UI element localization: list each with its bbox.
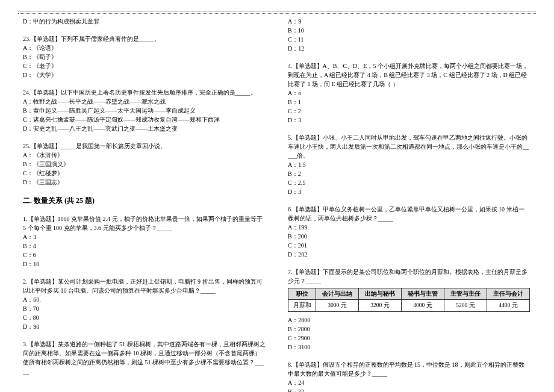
s2q3-opt-b: B：10 xyxy=(288,26,530,35)
s2q6-opt-c: C：201 xyxy=(288,241,530,250)
td-3: 4000 元 xyxy=(402,300,444,311)
salary-table: 职位 会计与出纳 出纳与秘书 秘书与主管 主管与主任 主任与会计 月薪和 300… xyxy=(288,288,530,312)
s2q2: 2.【单选题】某公司计划采购一批电脑，正好赶上促销期，电脑打 9 折出售，同样的… xyxy=(23,277,266,331)
q25: 25.【单选题】_____是我国第一部长篇历史章回小说。 A：《水浒传》 B：《… xyxy=(23,142,266,187)
s2q5-opt-b: B：2 xyxy=(288,169,530,178)
s2q3-opts: A：9 B：10 C：11 D：12 xyxy=(288,17,530,53)
th-0: 职位 xyxy=(288,288,316,300)
s2q1-opt-b: B：4 xyxy=(23,241,266,250)
q25-opt-d: D：《三国志》 xyxy=(23,178,266,187)
s2q8-opt-b: B：32 xyxy=(288,387,530,393)
s2q4-opt-c: C：2 xyxy=(288,107,530,116)
s2q1-stem: 1.【单选题】1000 克苹果价值 2.4 元，柚子的价格比苹果贵一倍，如果两个… xyxy=(23,214,266,232)
s2q2-opt-c: C：80 xyxy=(23,313,266,322)
s2q3: 3.【单选题】某条道路的一侧种植了 51 棵梧桐树，其中道路两端各有一棵，且相邻… xyxy=(23,340,266,376)
s2q6-opt-a: A：199 xyxy=(288,223,530,232)
s2q7-opt-c: C：2900 xyxy=(288,334,530,343)
s2q5-opt-a: A：1.5 xyxy=(288,160,530,169)
th-5: 主任与会计 xyxy=(487,288,530,300)
s2q6-opt-b: B：200 xyxy=(288,232,530,241)
s2q6-stem: 6.【单选题】甲单位义务植树一公里，乙单位紧靠甲单位又植树一公里，如果按 10 … xyxy=(288,205,530,223)
s2q3-opt-a: A：9 xyxy=(288,17,530,26)
q25-opt-a: A：《水浒传》 xyxy=(23,151,266,160)
s2q3-opt-d: D：12 xyxy=(288,44,530,53)
q24-opt-a: A：牧野之战——长平之战——赤壁之战——淝水之战 xyxy=(23,97,266,106)
s2q7-stem: 7.【单选题】下面显示的是某公司职位和每两个职位的月薪和。根据表格，主任的月薪是… xyxy=(288,267,530,285)
s2q1: 1.【单选题】1000 克苹果价值 2.4 元，柚子的价格比苹果贵一倍，如果两个… xyxy=(23,214,266,269)
s2q8: 8.【单选题】假设五个相异的正整数的平均数是 15，中位数是 18，则此五个相异… xyxy=(288,360,530,393)
q22-remnant: D：甲的行为构成拐卖儿童罪 xyxy=(23,17,266,26)
s2q5-opt-c: C：2.5 xyxy=(288,178,530,187)
s2q2-opt-a: A：60. xyxy=(23,295,266,304)
q24-opt-b: B：黄巾起义——陈胜吴广起义——太平天国运动——李自成起义 xyxy=(23,106,266,115)
s2q5-opt-d: D：3 xyxy=(288,187,530,196)
s2q7-opt-d: D：3100 xyxy=(288,343,530,352)
s2q4: 4.【单选题】A、B、C、D、E，5 个小组开展扑克牌比赛，每两个小组之间都要比… xyxy=(288,61,530,125)
td-4: 5200 元 xyxy=(444,300,487,311)
q23-opt-b: B：《荀子》 xyxy=(23,52,266,61)
q23-opt-c: C：《老子》 xyxy=(23,61,266,70)
s2q7: 7.【单选题】下面显示的是某公司职位和每两个职位的月薪和。根据表格，主任的月薪是… xyxy=(288,267,530,352)
q22-opt-d: D：甲的行为构成拐卖儿童罪 xyxy=(23,17,266,26)
section-2-title: 二. 数量关系 (共 25 题) xyxy=(23,195,266,206)
s2q3-opt-c: C：11 xyxy=(288,35,530,44)
s2q7-opt-b: B：2800 xyxy=(288,325,530,334)
td-1: 3000 元 xyxy=(316,300,359,311)
s2q8-opt-a: A：24 xyxy=(288,378,530,387)
s2q7-opt-a: A：2600 xyxy=(288,316,530,325)
table-header-row: 职位 会计与出纳 出纳与秘书 秘书与主管 主管与主任 主任与会计 xyxy=(288,288,530,300)
s2q3-stem: 3.【单选题】某条道路的一侧种植了 51 棵梧桐树，其中道路两端各有一棵，且相邻… xyxy=(23,340,266,376)
td-2: 3200 元 xyxy=(359,300,402,311)
s2q2-stem: 2.【单选题】某公司计划采购一批电脑，正好赶上促销期，电脑打 9 折出售，同样的… xyxy=(23,277,266,295)
th-2: 出纳与秘书 xyxy=(359,288,402,300)
q23-opt-a: A：《论语》 xyxy=(23,43,266,52)
td-5: 4400 元 xyxy=(487,300,530,311)
s2q4-opt-a: A：o xyxy=(288,89,530,98)
header-separator xyxy=(18,13,536,14)
s2q4-stem: 4.【单选题】A、B、C、D、E，5 个小组开展扑克牌比赛，每两个小组之间都要比… xyxy=(288,61,530,89)
page: D：甲的行为构成拐卖儿童罪 23.【单选题】下列不属于儒家经典著作的是_____… xyxy=(0,0,554,392)
s2q5-stem: 5.【单选题】小张、小王二人同时从甲地出发，驾车匀速在甲乙两地之间往返行驶。小张… xyxy=(288,133,530,160)
th-4: 主管与主任 xyxy=(444,288,487,300)
s2q5: 5.【单选题】小张、小王二人同时从甲地出发，驾车匀速在甲乙两地之间往返行驶。小张… xyxy=(288,133,530,196)
s2q6-opt-d: D：202 xyxy=(288,250,530,259)
q24-opt-c: C：诸葛亮七擒孟获——陈汤平定匈奴——郑成功收复台湾——郑和下西洋 xyxy=(23,115,266,124)
s2q1-opt-a: A：3 xyxy=(23,232,266,241)
q24: 24.【单选题】以下中国历史上著名历史事件按发生先后顺序排序，完全正确的是___… xyxy=(23,88,266,133)
q25-opt-c: C：《红楼梦》 xyxy=(23,169,266,178)
q23-opt-d: D：《大学》 xyxy=(23,70,266,79)
s2q4-opt-d: D：3 xyxy=(288,116,530,125)
s2q4-opt-b: B：1 xyxy=(288,98,530,107)
s2q1-opt-c: C：6 xyxy=(23,250,266,260)
s2q2-opt-d: D：90 xyxy=(23,322,266,331)
s2q6: 6.【单选题】甲单位义务植树一公里，乙单位紧靠甲单位又植树一公里，如果按 10 … xyxy=(288,205,530,259)
table-row: 月薪和 3000 元 3200 元 4000 元 5200 元 4400 元 xyxy=(288,300,530,311)
th-1: 会计与出纳 xyxy=(316,288,359,300)
s2q1-opt-d: D：10 xyxy=(23,260,266,269)
td-0: 月薪和 xyxy=(288,300,316,311)
q25-stem: 25.【单选题】_____是我国第一部长篇历史章回小说。 xyxy=(23,142,266,151)
q23-stem: 23.【单选题】下列不属于儒家经典著作的是_____。 xyxy=(23,34,266,43)
q25-opt-b: B：《三国演义》 xyxy=(23,160,266,169)
s2q8-stem: 8.【单选题】假设五个相异的正整数的平均数是 15，中位数是 18，则此五个相异… xyxy=(288,360,530,378)
q24-opt-d: D：安史之乱——八王之乱——玄武门之变——土木堡之变 xyxy=(23,124,266,133)
q23: 23.【单选题】下列不属于儒家经典著作的是_____。 A：《论语》 B：《荀子… xyxy=(23,34,266,79)
right-column: A：9 B：10 C：11 D：12 4.【单选题】A、B、C、D、E，5 个小… xyxy=(277,11,536,386)
q24-stem: 24.【单选题】以下中国历史上著名历史事件按发生先后顺序排序，完全正确的是___… xyxy=(23,88,266,97)
th-3: 秘书与主管 xyxy=(402,288,444,300)
s2q2-opt-b: B：70 xyxy=(23,304,266,313)
left-column: D：甲的行为构成拐卖儿童罪 23.【单选题】下列不属于儒家经典著作的是_____… xyxy=(18,11,277,386)
